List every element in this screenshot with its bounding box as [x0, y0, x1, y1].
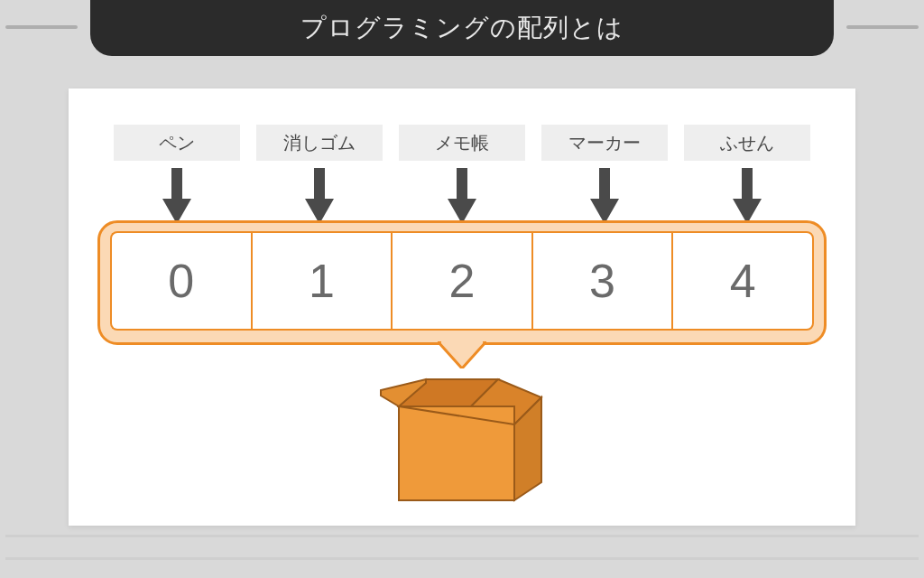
- arrow-down-icon: [162, 168, 192, 224]
- svg-rect-0: [399, 406, 514, 500]
- header-accent-left: [5, 25, 78, 29]
- arrow-down-icon: [732, 168, 762, 224]
- arrow-down-icon: [589, 168, 620, 224]
- array-cell: 2: [391, 231, 531, 331]
- arrow-down-icon: [304, 168, 335, 224]
- item-label: マーカー: [541, 125, 668, 161]
- array-cell: 3: [531, 231, 672, 331]
- array-cell: 4: [671, 231, 814, 331]
- item-label: ふせん: [684, 125, 810, 161]
- array-cell: 1: [251, 231, 392, 331]
- array-cell: 0: [110, 231, 251, 331]
- footer-divider: [5, 535, 919, 537]
- item-label: メモ帳: [399, 125, 525, 161]
- box-icon: [372, 368, 552, 513]
- header-accent-right: [846, 25, 919, 29]
- array-container: 0 1 2 3 4: [97, 220, 827, 345]
- arrow-down-icon: [447, 168, 477, 224]
- item-label: 消しゴム: [256, 125, 383, 161]
- footer-divider: [5, 557, 919, 560]
- arrows-row: [114, 168, 810, 224]
- item-label: ペン: [114, 125, 240, 161]
- pointer-triangle-icon: [438, 341, 486, 368]
- array-cells: 0 1 2 3 4: [110, 231, 814, 331]
- page-title: プログラミングの配列とは: [90, 0, 834, 56]
- diagram-canvas: ペン 消しゴム メモ帳 マーカー ふせん 0 1 2 3 4: [69, 89, 855, 526]
- item-labels-row: ペン 消しゴム メモ帳 マーカー ふせん: [114, 125, 810, 161]
